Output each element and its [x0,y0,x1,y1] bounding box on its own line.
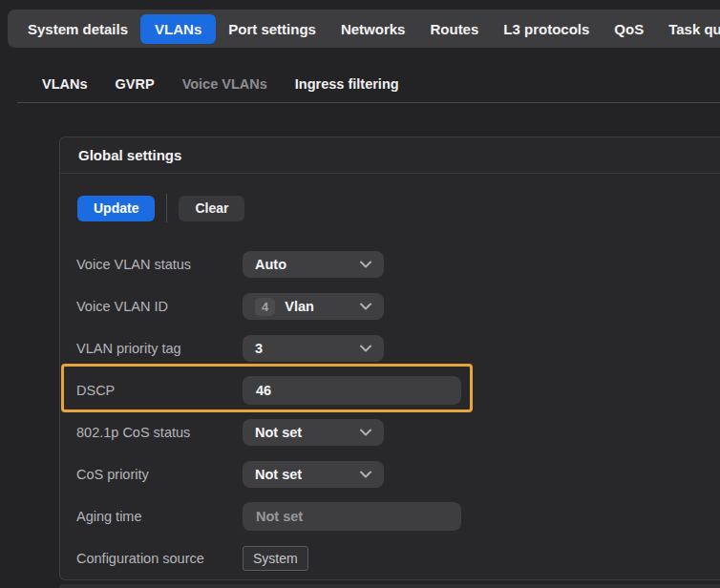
chevron-down-icon [360,303,371,310]
row-cos-priority: CoS priority Not set [76,453,701,495]
voice-vlan-status-label: Voice VLAN status [76,257,243,272]
8021p-cos-status-label: 802.1p CoS status [76,425,243,440]
row-aging-time: Aging time Not set [76,495,701,537]
chevron-down-icon [360,471,371,478]
sub-nav-divider [17,102,720,103]
panel-title: Global settings [78,147,181,163]
aging-time-label: Aging time [76,509,243,524]
panel-header: Global settings [60,137,720,174]
tab-l3-protocols[interactable]: L3 protocols [491,13,602,45]
chevron-down-icon [360,429,371,436]
subtab-gvrp[interactable]: GVRP [116,76,155,92]
cos-priority-select[interactable]: Not set [243,461,384,488]
cos-priority-label: CoS priority [76,467,243,482]
dscp-input[interactable]: 46 [243,376,461,405]
update-button[interactable]: Update [77,196,155,221]
subtab-voice-vlans[interactable]: Voice VLANs [182,76,267,92]
subtab-vlans[interactable]: VLANs [42,76,88,92]
button-separator [166,194,167,222]
row-8021p-cos-status: 802.1p CoS status Not set [76,411,701,453]
tab-qos[interactable]: QoS [602,13,656,45]
voice-vlan-id-select[interactable]: 4 Vlan [243,293,384,320]
sub-nav-bar: VLANs GVRP Voice VLANs Ingress filtering [42,72,399,96]
vlan-priority-tag-label: VLAN priority tag [76,341,243,356]
dscp-label: DSCP [76,383,243,398]
tab-vlans[interactable]: VLANs [140,14,216,44]
row-configuration-source: Configuration source System [76,537,701,579]
aging-time-input[interactable]: Not set [243,502,461,531]
vlan-priority-tag-value: 3 [255,341,263,356]
chevron-down-icon [360,261,371,268]
voice-vlan-id-value: Vlan [285,299,314,314]
row-vlan-priority-tag: VLAN priority tag 3 [76,327,701,369]
voice-vlan-status-select[interactable]: Auto [243,251,384,278]
voice-vlan-id-label: Voice VLAN ID [76,299,243,314]
clear-button[interactable]: Clear [179,196,244,221]
vlan-id-badge: 4 [255,298,275,316]
row-voice-vlan-id: Voice VLAN ID 4 Vlan [76,285,701,327]
tab-system-details[interactable]: System details [15,13,140,45]
cos-priority-value: Not set [255,467,302,482]
tab-port-settings[interactable]: Port settings [216,13,328,45]
tab-routes[interactable]: Routes [417,13,491,45]
row-voice-vlan-status: Voice VLAN status Auto [76,243,701,285]
top-nav-bar: System details VLANs Port settings Netwo… [8,10,720,48]
panel-body: Update Clear Voice VLAN status Auto Voic… [60,174,720,579]
voice-vlan-status-value: Auto [255,257,286,272]
global-settings-panel: Global settings Update Clear Voice VLAN … [59,136,720,580]
tab-networks[interactable]: Networks [328,13,418,45]
chevron-down-icon [360,345,371,352]
app-screen: System details VLANs Port settings Netwo… [0,0,720,588]
row-dscp: DSCP 46 [76,369,701,411]
action-buttons-row: Update Clear [76,195,701,221]
vlan-priority-tag-select[interactable]: 3 [243,335,384,362]
tab-task-queue[interactable]: Task queue [656,13,720,45]
subtab-ingress-filtering[interactable]: Ingress filtering [295,76,399,92]
next-panel-edge [59,584,720,588]
8021p-cos-status-value: Not set [255,425,302,440]
configuration-source-label: Configuration source [76,551,243,566]
configuration-source-value: System [243,546,308,571]
8021p-cos-status-select[interactable]: Not set [243,419,384,446]
